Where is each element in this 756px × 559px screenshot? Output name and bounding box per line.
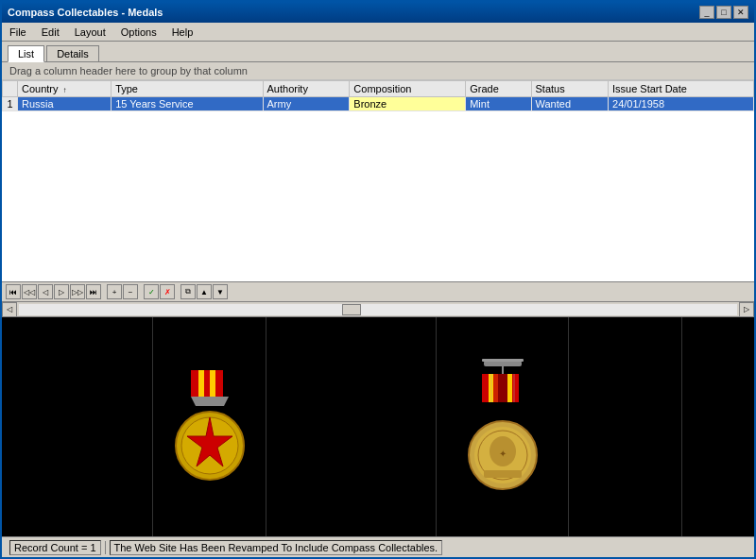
- svg-marker-6: [191, 397, 229, 406]
- window-title: Compass Collectables - Medals: [8, 7, 163, 18]
- record-count: Record Count = 1: [9, 540, 101, 555]
- cell-country: Russia: [18, 97, 112, 111]
- nav-confirm-button[interactable]: ✓: [144, 284, 159, 299]
- nav-next-button[interactable]: ▷: [54, 284, 69, 299]
- svg-rect-17: [507, 374, 512, 402]
- cell-authority: Army: [263, 97, 350, 111]
- svg-rect-3: [204, 370, 210, 397]
- nav-next-page-button[interactable]: ▷▷: [70, 284, 85, 299]
- nav-first-button[interactable]: ⏮: [6, 284, 21, 299]
- nav-prev-button[interactable]: ◁: [38, 284, 53, 299]
- svg-rect-18: [512, 374, 519, 402]
- tab-list[interactable]: List: [8, 45, 44, 62]
- svg-rect-15: [493, 374, 498, 402]
- scroll-thumb[interactable]: [342, 304, 361, 315]
- medal-2: ✦: [465, 359, 541, 496]
- tab-bar: List Details: [2, 42, 754, 62]
- sort-arrow-icon: ↑: [63, 86, 67, 94]
- cell-status: Wanted: [531, 97, 608, 111]
- menu-help[interactable]: Help: [168, 25, 198, 39]
- col-country[interactable]: Country ↑: [18, 81, 112, 97]
- nav-prev-page-button[interactable]: ◁◁: [22, 284, 37, 299]
- nav-last-button[interactable]: ⏭: [86, 284, 101, 299]
- nav-up-button[interactable]: ▲: [197, 284, 212, 299]
- menu-layout[interactable]: Layout: [71, 25, 110, 39]
- scroll-right-button[interactable]: ▷: [739, 302, 754, 317]
- maximize-button[interactable]: □: [716, 6, 731, 19]
- nav-cancel-button[interactable]: ✗: [160, 284, 175, 299]
- svg-rect-11: [482, 359, 524, 362]
- svg-rect-13: [482, 374, 489, 402]
- cell-rownum: 1: [3, 97, 18, 111]
- list-view: Drag a column header here to group by th…: [2, 62, 754, 281]
- cell-composition: Bronze: [350, 97, 466, 111]
- drag-hint: Drag a column header here to group by th…: [2, 62, 754, 80]
- col-grade[interactable]: Grade: [466, 81, 531, 97]
- nav-copy-button[interactable]: ⧉: [180, 284, 196, 299]
- table-row[interactable]: 1 Russia 15 Years Service Army Bronze Mi…: [3, 97, 754, 111]
- table-header-row: Country ↑ Type Authority Composition Gra…: [3, 81, 754, 97]
- col-rownum: [3, 81, 18, 97]
- content-area: Drag a column header here to group by th…: [2, 62, 754, 536]
- title-bar: Compass Collectables - Medals _ □ ✕: [2, 2, 754, 23]
- medal-2-body-icon: ✦: [465, 415, 541, 496]
- col-composition[interactable]: Composition: [350, 81, 466, 97]
- medal-1: [172, 370, 248, 483]
- menu-options[interactable]: Options: [117, 25, 161, 39]
- medal-1-body-icon: [172, 408, 248, 483]
- nav-add-button[interactable]: +: [107, 284, 122, 299]
- image-area: ✦: [2, 317, 754, 536]
- data-table-wrapper[interactable]: Country ↑ Type Authority Composition Gra…: [2, 80, 754, 281]
- scroll-bar[interactable]: ◁ ▷: [2, 302, 754, 317]
- svg-rect-4: [210, 370, 215, 397]
- menu-edit[interactable]: Edit: [38, 25, 63, 39]
- col-type[interactable]: Type: [112, 81, 263, 97]
- svg-rect-1: [191, 370, 198, 397]
- cell-type: 15 Years Service: [112, 97, 263, 111]
- scroll-left-button[interactable]: ◁: [2, 302, 17, 317]
- tab-details[interactable]: Details: [46, 45, 99, 61]
- image-cell-3: [266, 317, 437, 536]
- medal-2-ribbon-icon: [465, 359, 541, 415]
- nav-bar: ⏮ ◁◁ ◁ ▷ ▷▷ ⏭ + − ✓ ✗ ⧉ ▲ ▼: [2, 281, 754, 302]
- data-table: Country ↑ Type Authority Composition Gra…: [2, 80, 754, 111]
- minimize-button[interactable]: _: [699, 6, 714, 19]
- scroll-track[interactable]: [19, 304, 737, 315]
- col-issue-start-date[interactable]: Issue Start Date: [609, 81, 754, 97]
- svg-rect-5: [215, 370, 223, 397]
- cell-issue-start-date: 24/01/1958: [609, 97, 754, 111]
- nav-delete-button[interactable]: −: [123, 284, 138, 299]
- svg-rect-16: [498, 374, 507, 402]
- status-divider: [105, 541, 106, 554]
- app-window: Compass Collectables - Medals _ □ ✕ File…: [0, 0, 756, 559]
- status-bar: Record Count = 1 The Web Site Has Been R…: [2, 536, 754, 557]
- image-cell-5: [569, 317, 682, 536]
- image-cell-4: ✦: [437, 317, 569, 536]
- col-authority[interactable]: Authority: [263, 81, 350, 97]
- image-cell-2: [153, 317, 266, 536]
- medal-1-ribbon-icon: [181, 370, 238, 408]
- nav-down-button[interactable]: ▼: [213, 284, 228, 299]
- status-message: The Web Site Has Been Revamped To Includ…: [110, 540, 443, 555]
- col-status[interactable]: Status: [531, 81, 608, 97]
- title-bar-controls: _ □ ✕: [699, 6, 748, 19]
- image-cell-1: [2, 317, 153, 536]
- svg-rect-2: [198, 370, 204, 397]
- menu-bar: File Edit Layout Options Help: [2, 23, 754, 42]
- menu-file[interactable]: File: [6, 25, 30, 39]
- svg-rect-14: [489, 374, 493, 402]
- svg-rect-26: [484, 470, 522, 478]
- close-button[interactable]: ✕: [733, 6, 748, 19]
- cell-grade: Mint: [466, 97, 531, 111]
- svg-text:✦: ✦: [499, 449, 507, 459]
